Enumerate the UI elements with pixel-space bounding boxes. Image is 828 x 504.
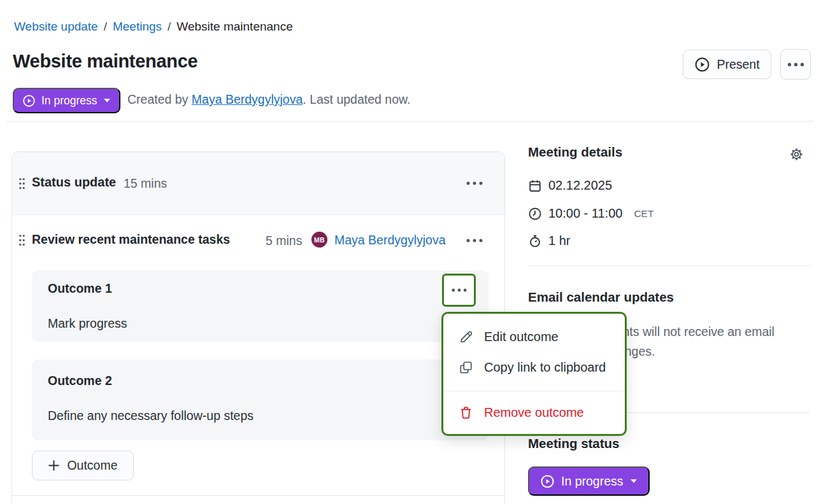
add-outcome-label: Outcome [67, 458, 117, 473]
drag-handle-icon[interactable] [18, 234, 25, 246]
byline-prefix: Created by [127, 92, 192, 106]
outcome-more-button-highlighted[interactable] [442, 274, 476, 307]
clock-icon [528, 207, 542, 221]
more-icon [787, 62, 804, 67]
agenda-section-title: Status update [32, 175, 116, 190]
play-circle-icon [540, 474, 555, 489]
meeting-time: 10:00 - 11:00 [548, 206, 622, 221]
menu-item-remove-outcome[interactable]: Remove outcome [443, 397, 625, 428]
breadcrumb-separator: / [168, 20, 171, 34]
email-updates-title: Email calendar updates [528, 290, 674, 305]
drag-handle-icon[interactable] [18, 178, 25, 190]
breadcrumb-current: Website maintenance [176, 20, 292, 34]
meeting-duration-row[interactable]: 1 hr [528, 234, 570, 248]
play-circle-icon [694, 57, 710, 73]
outcome-description: Mark progress [48, 316, 127, 331]
stopwatch-icon [528, 234, 542, 248]
agenda-card: Status update 15 mins Review recent main… [11, 151, 505, 504]
page-status-dropdown[interactable]: In progress [13, 88, 120, 113]
add-outcome-button[interactable]: Outcome [32, 451, 134, 480]
outcome-description: Define any necessary follow-up steps [48, 409, 253, 423]
copy-icon [459, 360, 473, 375]
chevron-down-icon [103, 98, 111, 103]
header-divider [6, 121, 814, 122]
outcome-context-menu: Edit outcome Copy link to clipboard Remo… [441, 312, 627, 436]
sidebar-divider [528, 265, 810, 266]
page-more-options-button[interactable] [780, 49, 811, 80]
play-circle-icon [22, 94, 36, 108]
meeting-date: 02.12.2025 [548, 178, 612, 193]
menu-item-label: Copy link to clipboard [484, 360, 606, 375]
outcome-card-1[interactable]: Outcome 1 Mark progress [32, 270, 489, 342]
plus-icon [48, 459, 60, 472]
meeting-status-title: Meeting status [528, 436, 620, 451]
topic-more-button[interactable] [462, 228, 487, 253]
breadcrumb-separator: / [104, 20, 107, 34]
outcome-title: Outcome 1 [48, 281, 112, 296]
agenda-section-duration: 15 mins [124, 176, 167, 191]
pencil-icon [459, 330, 473, 344]
topic-assignee-link[interactable]: Maya Berdygylyjova [334, 233, 446, 248]
menu-item-label: Remove outcome [484, 405, 584, 420]
author-link[interactable]: Maya Berdygylyjova [192, 92, 303, 106]
page-status-label: In progress [41, 94, 97, 108]
menu-item-edit-outcome[interactable]: Edit outcome [443, 321, 625, 352]
meeting-details-title: Meeting details [528, 144, 622, 160]
byline: Created by Maya Berdygylyjova. Last upda… [127, 92, 410, 107]
meeting-status-dropdown[interactable]: In progress [528, 466, 650, 496]
avatar[interactable]: MB [311, 232, 327, 248]
topic-title: Review recent maintenance tasks [32, 232, 230, 247]
breadcrumb-link-meetings[interactable]: Meetings [113, 20, 162, 34]
byline-suffix: . Last updated now. [303, 92, 410, 106]
meeting-status-label: In progress [561, 474, 624, 489]
trash-icon [459, 405, 473, 420]
breadcrumb: Website update / Meetings / Website main… [14, 20, 293, 34]
meeting-duration: 1 hr [548, 234, 570, 248]
meeting-time-row[interactable]: 10:00 - 11:00 CET [528, 206, 653, 221]
outcome-title: Outcome 2 [48, 374, 112, 388]
topic-duration: 5 mins [266, 234, 302, 248]
meeting-date-row[interactable]: 02.12.2025 [528, 178, 612, 193]
chevron-down-icon [630, 479, 638, 484]
present-label: Present [717, 57, 759, 72]
menu-divider [443, 391, 625, 391]
outcome-card-2[interactable]: Outcome 2 Define any necessary follow-up… [32, 360, 489, 440]
gear-icon[interactable] [787, 144, 806, 164]
present-button[interactable]: Present [683, 50, 771, 79]
breadcrumb-link-website-update[interactable]: Website update [14, 20, 98, 34]
agenda-section-header: Status update 15 mins [12, 152, 504, 215]
menu-item-label: Edit outcome [484, 330, 559, 344]
agenda-divider [12, 495, 504, 496]
page-title: Website maintenance [13, 51, 197, 72]
meeting-timezone: CET [634, 208, 653, 220]
menu-item-copy-link[interactable]: Copy link to clipboard [443, 352, 625, 382]
calendar-icon [528, 179, 542, 193]
agenda-section-more-button[interactable] [462, 171, 487, 196]
